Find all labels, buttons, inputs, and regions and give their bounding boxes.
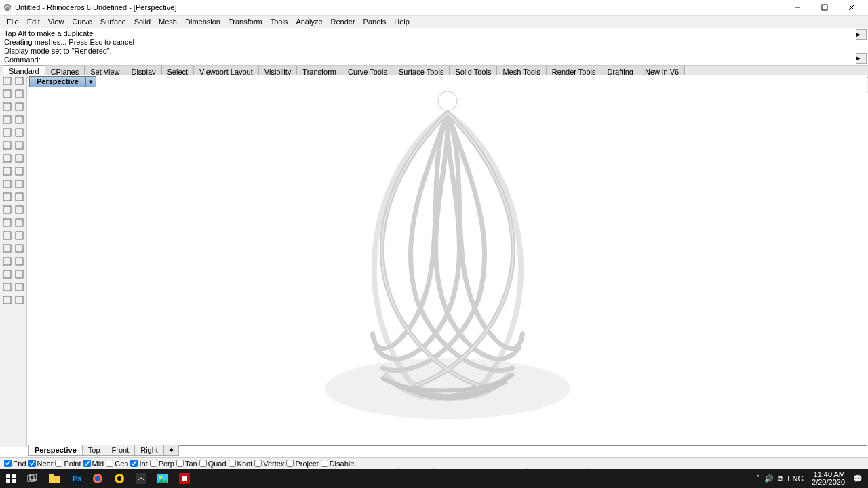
side-tool-2-0[interactable] <box>1 101 13 113</box>
osnap-disable[interactable]: Disable <box>321 460 355 468</box>
tray-volume-icon[interactable]: 🔊 <box>764 474 774 483</box>
osnap-point[interactable]: Point <box>55 460 81 468</box>
svg-rect-42 <box>3 129 11 136</box>
side-tool-2-1[interactable] <box>14 101 26 113</box>
tray-clock[interactable]: 11:40 AM 2/20/2020 <box>808 471 849 486</box>
tray-notifications-icon[interactable]: 💬 <box>853 474 863 483</box>
menu-render[interactable]: Render <box>327 17 359 26</box>
side-tool-12-0[interactable] <box>1 230 13 241</box>
menu-surface[interactable]: Surface <box>96 17 130 26</box>
side-tool-15-1[interactable] <box>14 268 26 280</box>
osnap-int[interactable]: Int <box>130 460 147 468</box>
side-tool-16-0[interactable] <box>1 281 13 293</box>
menu-transform[interactable]: Transform <box>224 17 267 26</box>
side-tool-17-1[interactable] <box>14 294 26 306</box>
side-tool-14-0[interactable] <box>1 256 13 267</box>
side-tool-6-1[interactable] <box>14 152 26 164</box>
menu-tools[interactable]: Tools <box>267 17 292 26</box>
viewport-tab-add[interactable]: ✦ <box>163 445 179 456</box>
taskbar-photos[interactable] <box>152 469 174 488</box>
viewport[interactable]: Perspective ▾ <box>28 75 867 446</box>
tray-language[interactable]: ENG <box>787 474 804 483</box>
side-tool-17-0[interactable] <box>1 294 13 306</box>
viewport-tab-perspective[interactable]: Perspective <box>28 445 83 456</box>
side-tool-8-1[interactable] <box>14 178 26 190</box>
command-options-top[interactable]: ▸ <box>856 29 867 40</box>
taskbar-app-yellow[interactable] <box>108 469 130 488</box>
side-tool-4-0[interactable] <box>1 127 13 138</box>
osnap-knot[interactable]: Knot <box>229 460 253 468</box>
taskbar-photoshop[interactable]: Ps <box>65 469 87 488</box>
svg-rect-57 <box>16 219 23 226</box>
side-tool-7-1[interactable] <box>14 165 26 177</box>
minimize-button[interactable] <box>784 0 811 15</box>
tray-network-icon[interactable]: ⧉ <box>778 474 783 483</box>
taskbar-explorer[interactable] <box>43 469 65 488</box>
side-tool-10-0[interactable] <box>1 204 13 216</box>
viewport-tab-right[interactable]: Right <box>134 445 164 456</box>
menu-solid[interactable]: Solid <box>130 17 155 26</box>
start-button[interactable] <box>0 469 22 488</box>
menu-panels[interactable]: Panels <box>359 17 391 26</box>
osnap-perp[interactable]: Perp <box>150 460 174 468</box>
taskview-button[interactable] <box>22 469 43 488</box>
svg-point-83 <box>95 476 100 481</box>
side-tool-6-0[interactable] <box>1 152 13 164</box>
menu-analyze[interactable]: Analyze <box>292 17 326 26</box>
taskbar-rhino[interactable] <box>130 469 152 488</box>
osnap-tan[interactable]: Tan <box>176 460 197 468</box>
taskbar-firefox[interactable] <box>87 469 108 488</box>
side-tool-0-0[interactable] <box>1 75 13 87</box>
svg-rect-61 <box>16 245 23 252</box>
viewport-tab-top[interactable]: Top <box>82 445 106 456</box>
menu-view[interactable]: View <box>44 17 68 26</box>
side-tool-11-1[interactable] <box>14 217 26 228</box>
side-tool-16-1[interactable] <box>14 281 26 293</box>
viewport-tab-front[interactable]: Front <box>106 445 136 456</box>
menu-curve[interactable]: Curve <box>68 17 96 26</box>
osnap-mid[interactable]: Mid <box>83 460 104 468</box>
tray-chevron-icon[interactable]: ˄ <box>756 474 760 483</box>
side-tool-10-1[interactable] <box>14 204 26 216</box>
maximize-button[interactable] <box>811 0 838 15</box>
menu-mesh[interactable]: Mesh <box>155 17 181 26</box>
side-tool-13-1[interactable] <box>14 243 26 254</box>
side-tool-4-1[interactable] <box>14 127 26 138</box>
side-tool-1-1[interactable] <box>14 88 26 100</box>
close-button[interactable] <box>838 0 865 15</box>
side-tool-3-0[interactable] <box>1 114 13 125</box>
viewport-canvas[interactable] <box>28 75 867 436</box>
side-tool-13-0[interactable] <box>1 243 13 254</box>
side-tool-7-0[interactable] <box>1 165 13 177</box>
side-tool-5-0[interactable] <box>1 140 13 151</box>
system-tray[interactable]: ˄ 🔊 ⧉ ENG 11:40 AM 2/20/2020 💬 <box>751 471 868 486</box>
side-tool-14-1[interactable] <box>14 256 26 267</box>
side-tool-11-0[interactable] <box>1 217 13 228</box>
side-tool-9-0[interactable] <box>1 191 13 203</box>
menu-help[interactable]: Help <box>390 17 414 26</box>
side-tool-5-1[interactable] <box>14 140 26 151</box>
side-tool-9-1[interactable] <box>14 191 26 203</box>
menu-dimension[interactable]: Dimension <box>181 17 224 26</box>
side-tool-3-1[interactable] <box>14 114 26 125</box>
osnap-cen[interactable]: Cen <box>106 460 128 468</box>
svg-rect-58 <box>3 232 11 239</box>
osnap-end[interactable]: End <box>4 460 26 468</box>
side-tool-1-0[interactable] <box>1 88 13 100</box>
osnap-near[interactable]: Near <box>28 460 54 468</box>
side-tool-0-1[interactable] <box>14 75 26 87</box>
side-tool-12-1[interactable] <box>14 230 26 241</box>
svg-rect-56 <box>3 219 11 226</box>
taskbar-recorder[interactable] <box>174 469 195 488</box>
command-input[interactable] <box>41 56 864 64</box>
menu-edit[interactable]: Edit <box>23 17 44 26</box>
osnap-project[interactable]: Project <box>286 460 318 468</box>
side-tool-15-0[interactable] <box>1 268 13 280</box>
svg-rect-46 <box>3 155 11 162</box>
command-options-bottom[interactable]: ▸ <box>856 53 867 64</box>
osnap-quad[interactable]: Quad <box>199 460 226 468</box>
svg-rect-47 <box>16 155 23 162</box>
menu-file[interactable]: File <box>3 17 23 26</box>
osnap-vertex[interactable]: Vertex <box>254 460 284 468</box>
side-tool-8-0[interactable] <box>1 178 13 190</box>
